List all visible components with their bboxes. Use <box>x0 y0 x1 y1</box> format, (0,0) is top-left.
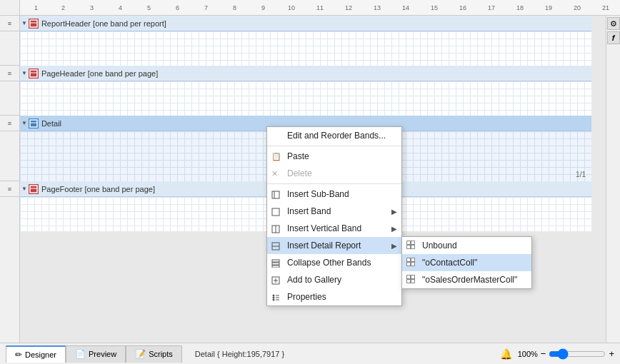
ruler-tick-10: 10 <box>288 4 295 11</box>
page-number: 1/1 <box>576 171 586 178</box>
add-gallery-icon <box>271 275 280 284</box>
ruler-tick-20: 20 <box>574 4 581 11</box>
ruler-tick-4: 4 <box>119 4 122 11</box>
left-gutter-btn-3[interactable]: ≡ <box>0 116 19 131</box>
unbound-icon <box>406 241 415 251</box>
designer-tab-icon: ✏ <box>15 350 22 360</box>
zoom-minus[interactable]: − <box>541 348 546 359</box>
status-tabs: ✏ Designer 📄 Preview 📝 Scripts <box>6 345 182 363</box>
osalesordermastercoll-icon <box>406 275 415 285</box>
submenu-item-unbound[interactable]: Unbound <box>402 237 531 254</box>
svg-rect-0 <box>30 20 37 27</box>
left-gutter-detail[interactable] <box>0 131 19 181</box>
svg-rect-26 <box>407 275 410 278</box>
svg-point-36 <box>273 294 275 296</box>
svg-rect-27 <box>411 275 414 278</box>
svg-rect-32 <box>272 266 279 268</box>
report-header-band-header[interactable]: ▼ ReportHeader [one band per report] <box>20 16 591 31</box>
svg-rect-24 <box>411 263 414 266</box>
detail-info: Detail { Height:195,7917 } <box>195 350 284 358</box>
collapse-other-icon <box>271 258 280 267</box>
zoom-level: 100% <box>518 350 538 358</box>
svg-rect-18 <box>407 246 410 248</box>
menu-item-add-gallery[interactable]: Add to Gallery <box>267 271 401 288</box>
svg-rect-30 <box>272 260 279 262</box>
ruler-tick-12: 12 <box>345 4 352 11</box>
svg-rect-4 <box>30 120 37 127</box>
ruler-tick-18: 18 <box>516 4 524 11</box>
menu-item-collapse-other[interactable]: Collapse Other Bands <box>267 254 401 271</box>
menu-item-insert-detail-report[interactable]: Insert Detail Report ▶ Unbound <box>267 237 401 254</box>
left-gutter-btn-1[interactable]: ≡ <box>0 16 19 31</box>
bell-icon[interactable]: 🔔 <box>500 348 512 360</box>
right-sidebar-f-btn[interactable]: f <box>607 31 620 44</box>
detail-icon <box>29 118 39 128</box>
insert-detail-report-icon <box>271 241 280 250</box>
menu-item-insert-vertical-band[interactable]: Insert Vertical Band ▶ <box>267 220 401 237</box>
page-header-collapse[interactable]: ▼ <box>21 70 27 76</box>
submenu-insert-detail: Unbound "oContactColl" <box>401 236 532 289</box>
ruler-tick-11: 11 <box>316 4 324 11</box>
tab-scripts[interactable]: 📝 Scripts <box>126 345 182 363</box>
tab-designer[interactable]: ✏ Designer <box>6 345 66 363</box>
left-gutter-btn-4[interactable]: ≡ <box>0 181 19 197</box>
ruler-tick-17: 17 <box>488 4 495 11</box>
menu-item-delete: ✕ Delete <box>267 165 401 182</box>
delete-icon: ✕ <box>271 169 278 178</box>
svg-rect-29 <box>411 280 414 283</box>
submenu-item-ocontactcoll[interactable]: "oContactColl" <box>402 254 531 271</box>
menu-sep-2 <box>267 183 401 184</box>
ruler-tick-1: 1 <box>34 4 38 11</box>
ruler-tick-2: 2 <box>61 4 65 11</box>
page-header-icon <box>29 69 39 79</box>
scripts-tab-icon: 📝 <box>135 349 146 359</box>
left-gutter-btn-2[interactable]: ≡ <box>0 66 19 81</box>
svg-rect-8 <box>272 191 279 198</box>
ruler-numbers: 1 2 3 4 5 6 7 8 9 10 11 12 13 14 15 16 1… <box>20 0 620 15</box>
menu-item-paste[interactable]: 📋 Paste <box>267 148 401 165</box>
insert-band-icon <box>271 206 280 216</box>
zoom-plus[interactable]: + <box>609 348 614 359</box>
svg-rect-10 <box>272 208 279 216</box>
insert-vertical-band-arrow-icon: ▶ <box>391 225 397 233</box>
right-sidebar-gear-btn[interactable]: ⚙ <box>607 17 620 30</box>
ruler-tick-9: 9 <box>261 4 265 11</box>
zoom-area: 100% − + <box>518 348 614 360</box>
page-footer-icon <box>29 184 39 194</box>
ruler-tick-19: 19 <box>545 4 552 11</box>
page-header-band-header[interactable]: ▼ PageHeader [one band per page] <box>20 66 591 81</box>
menu-item-insert-subband[interactable]: Insert Sub-Band <box>267 186 401 203</box>
page-footer-collapse[interactable]: ▼ <box>21 186 27 192</box>
status-bar: ✏ Designer 📄 Preview 📝 Scripts Detail { … <box>0 343 620 364</box>
left-gutter: ≡ ≡ ≡ ≡ <box>0 16 20 343</box>
left-gutter-page-header[interactable] <box>0 81 19 116</box>
svg-rect-23 <box>407 263 410 266</box>
ruler-corner <box>0 0 20 15</box>
menu-item-properties[interactable]: Properties <box>267 288 401 305</box>
menu-item-edit-reorder[interactable]: Edit and Reorder Bands... <box>267 127 401 144</box>
svg-point-37 <box>273 296 275 298</box>
ruler-tick-3: 3 <box>90 4 94 11</box>
preview-tab-icon: 📄 <box>75 349 86 359</box>
ruler-tick-16: 16 <box>459 4 466 11</box>
ruler-tick-5: 5 <box>147 4 151 11</box>
tab-preview[interactable]: 📄 Preview <box>66 345 126 363</box>
detail-collapse[interactable]: ▼ <box>21 120 27 126</box>
report-header-icon <box>29 19 39 29</box>
insert-band-arrow-icon: ▶ <box>391 208 397 216</box>
report-header-collapse[interactable]: ▼ <box>21 20 27 26</box>
insert-detail-report-arrow-icon: ▶ <box>391 242 397 250</box>
menu-item-insert-band[interactable]: Insert Band ▶ <box>267 203 401 220</box>
zoom-slider[interactable] <box>549 348 606 360</box>
insert-subband-icon <box>271 189 280 198</box>
report-header-band: ▼ ReportHeader [one band per report] <box>20 16 591 66</box>
right-sidebar: ⚙ f <box>606 16 620 343</box>
left-gutter-report-header[interactable] <box>0 31 19 66</box>
svg-rect-28 <box>407 280 410 283</box>
ocontactcoll-icon <box>406 258 415 268</box>
ruler-tick-7: 7 <box>204 4 208 11</box>
svg-rect-16 <box>407 241 410 244</box>
ruler-area: 1 2 3 4 5 6 7 8 9 10 11 12 13 14 15 16 1… <box>0 0 620 16</box>
report-header-title: ReportHeader [one band per report] <box>41 19 166 28</box>
submenu-item-osalesordermastercoll[interactable]: "oSalesOrderMasterColl" <box>402 271 531 288</box>
